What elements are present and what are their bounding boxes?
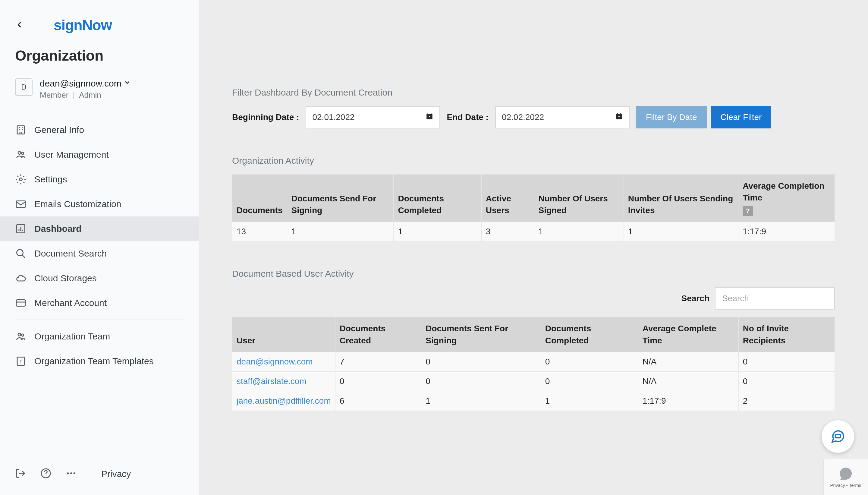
nav-item-label: Organization Team Templates <box>34 356 154 366</box>
sidebar-header: signNow <box>0 0 199 46</box>
svg-point-9 <box>20 178 22 181</box>
nav-item-label: Emails Customization <box>34 199 121 209</box>
cell-user-link[interactable]: jane.austin@pdffiller.com <box>232 391 335 411</box>
end-date-input[interactable]: 02.02.2022 <box>495 106 630 129</box>
svg-point-7 <box>18 152 21 154</box>
nav-item-label: Settings <box>34 174 67 185</box>
cell-user-link[interactable]: staff@airslate.com <box>232 371 335 391</box>
cell-active-users: 3 <box>481 222 534 241</box>
nav-merchant-account[interactable]: Merchant Account <box>0 291 199 315</box>
search-row: Search <box>232 287 835 310</box>
cell-completed: 0 <box>541 371 638 391</box>
svg-point-8 <box>21 152 24 155</box>
search-icon <box>15 248 27 259</box>
user-email-dropdown[interactable]: dean@signnow.com <box>40 79 131 89</box>
nav-cloud-storages[interactable]: Cloud Storages <box>0 266 199 291</box>
avatar: D <box>15 79 33 96</box>
brand-logo[interactable]: signNow <box>54 17 112 33</box>
svg-rect-38 <box>835 435 840 438</box>
recaptcha-privacy: Privacy <box>830 483 845 488</box>
sidebar: signNow Organization D dean@signnow.com … <box>0 0 199 495</box>
nav-settings[interactable]: Settings <box>0 167 199 192</box>
nav-item-label: Cloud Storages <box>34 273 97 284</box>
divider <box>15 320 184 320</box>
nav-emails-customization[interactable]: Emails Customization <box>0 192 199 217</box>
th-active-users: Active Users <box>481 174 534 222</box>
cell-users-signed: 1 <box>534 222 624 241</box>
nav-item-label: Document Search <box>34 249 107 259</box>
calendar-icon <box>615 113 623 122</box>
th-completed: Documents Completed <box>541 317 638 352</box>
th-recipients: No of Invite Recipients <box>739 317 835 352</box>
nav-organization-team-templates[interactable]: T Organization Team Templates <box>0 349 199 374</box>
cell-recipients: 0 <box>739 371 835 391</box>
cell-sent: 0 <box>421 352 541 371</box>
more-icon[interactable] <box>66 468 76 480</box>
cell-avg-time: N/A <box>638 352 739 371</box>
svg-point-28 <box>73 472 75 474</box>
table-row: staff@airslate.com 0 0 0 N/A 0 <box>232 371 835 391</box>
cell-avg-completion: 1:17:9 <box>739 222 835 241</box>
svg-point-27 <box>70 472 72 474</box>
cell-sent: 1 <box>421 391 541 411</box>
cell-avg-time: N/A <box>638 371 739 391</box>
user-role-member: Member <box>40 90 68 100</box>
page-title: Organization <box>0 46 199 73</box>
filter-section-label: Filter Dashboard By Document Creation <box>232 87 835 98</box>
nav-organization-team[interactable]: Organization Team <box>0 324 199 349</box>
beginning-date-input[interactable]: 02.01.2022 <box>306 106 440 129</box>
th-completed: Documents Completed <box>394 174 481 222</box>
nav-user-management[interactable]: User Management <box>0 142 199 167</box>
recaptcha-badge[interactable]: Privacy - Terms <box>823 459 868 495</box>
avg-completion-label: Average Completion Time <box>743 180 830 204</box>
nav-item-label: User Management <box>34 150 109 160</box>
privacy-link[interactable]: Privacy <box>101 469 131 479</box>
cell-recipients: 2 <box>739 391 835 411</box>
nav-item-label: Merchant Account <box>34 298 107 308</box>
chat-fab-button[interactable] <box>821 420 854 453</box>
th-avg-time: Average Complete Time <box>638 317 739 352</box>
nav-item-label: Dashboard <box>34 224 82 234</box>
filter-by-date-button[interactable]: Filter By Date <box>636 106 707 129</box>
nav-document-search[interactable]: Document Search <box>0 241 199 266</box>
user-activity-label: Document Based User Activity <box>232 269 835 279</box>
cell-created: 6 <box>335 391 421 411</box>
recaptcha-terms: Terms <box>849 483 861 488</box>
th-users-sending-invites: Number Of Users Sending Invites <box>624 174 738 222</box>
search-input[interactable] <box>715 287 835 310</box>
back-button[interactable] <box>15 20 23 30</box>
table-row: jane.austin@pdffiller.com 6 1 1 1:17:9 2 <box>232 391 835 411</box>
card-icon <box>15 297 27 309</box>
cell-recipients: 0 <box>739 352 835 371</box>
nav-item-label: General Info <box>34 125 84 135</box>
svg-point-19 <box>18 334 21 336</box>
cell-user-link[interactable]: dean@signnow.com <box>232 352 335 371</box>
svg-point-15 <box>17 250 23 256</box>
th-avg-completion: Average Completion Time ? <box>739 174 835 222</box>
nav-general-info[interactable]: General Info <box>0 118 199 142</box>
cell-avg-time: 1:17:9 <box>638 391 739 411</box>
cell-send-for-signing: 1 <box>287 222 394 241</box>
end-date-value: 02.02.2022 <box>502 113 544 122</box>
svg-rect-17 <box>16 300 25 306</box>
cell-documents: 13 <box>232 222 287 241</box>
cell-completed: 0 <box>541 352 638 371</box>
help-icon[interactable] <box>40 468 51 480</box>
help-badge-icon[interactable]: ? <box>743 206 753 216</box>
svg-point-20 <box>21 334 24 337</box>
logout-icon[interactable] <box>15 468 26 480</box>
table-row: 13 1 1 3 1 1 1:17:9 <box>232 222 835 241</box>
svg-rect-0 <box>17 126 24 134</box>
table-row: dean@signnow.com 7 0 0 N/A 0 <box>232 352 835 371</box>
svg-line-16 <box>22 255 25 258</box>
user-activity-table: User Documents Created Documents Sent Fo… <box>232 317 835 411</box>
nav-dashboard[interactable]: Dashboard <box>0 217 199 241</box>
building-icon <box>15 124 27 136</box>
chart-icon <box>15 223 27 235</box>
search-label: Search <box>681 294 710 303</box>
end-date-label: End Date : <box>447 113 488 122</box>
clear-filter-button[interactable]: Clear Filter <box>711 106 771 129</box>
nav-secondary: Organization Team T Organization Team Te… <box>0 324 199 374</box>
cell-users-sending-invites: 1 <box>624 222 738 241</box>
svg-text:T: T <box>19 359 22 364</box>
